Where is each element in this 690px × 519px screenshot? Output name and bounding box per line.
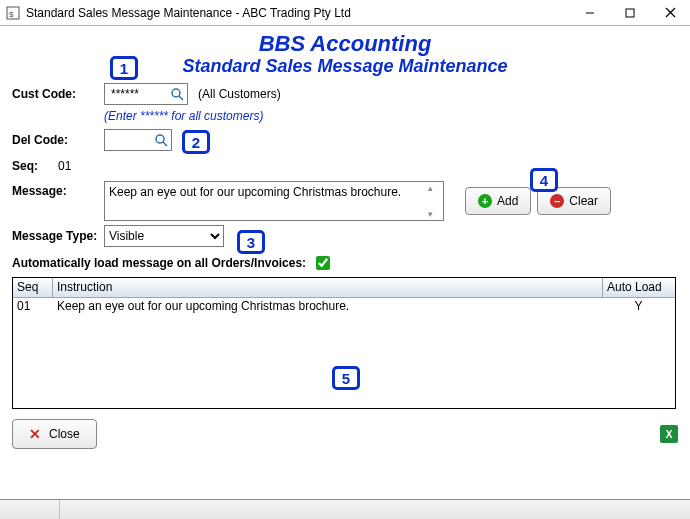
app-icon: $ xyxy=(4,4,22,22)
grid-cell-seq: 01 xyxy=(13,298,53,316)
close-icon: ✕ xyxy=(29,426,41,442)
grid-header-instruction[interactable]: Instruction xyxy=(53,278,603,297)
table-row[interactable]: 01 Keep an eye out for our upcoming Chri… xyxy=(13,298,675,316)
window-close-button[interactable] xyxy=(650,0,690,26)
grid-cell-instruction: Keep an eye out for our upcoming Christm… xyxy=(53,298,603,316)
grid-header-seq[interactable]: Seq xyxy=(13,278,53,297)
grid-header-autoload[interactable]: Auto Load xyxy=(603,278,675,297)
status-bar xyxy=(0,499,690,519)
add-button[interactable]: + Add xyxy=(465,187,531,215)
svg-line-7 xyxy=(179,96,183,100)
cust-code-label: Cust Code: xyxy=(12,87,104,101)
message-type-label: Message Type: xyxy=(12,229,104,243)
del-code-field[interactable] xyxy=(104,129,172,151)
window-minimize-button[interactable] xyxy=(570,0,610,26)
svg-text:$: $ xyxy=(9,10,14,19)
svg-point-8 xyxy=(156,135,164,143)
plus-icon: + xyxy=(478,194,492,208)
search-icon[interactable] xyxy=(169,86,185,102)
message-textarea[interactable]: Keep an eye out for our upcoming Christm… xyxy=(104,181,444,221)
window-titlebar: $ Standard Sales Message Maintenance - A… xyxy=(0,0,690,26)
svg-rect-3 xyxy=(626,9,634,17)
seq-label: Seq: xyxy=(12,159,54,173)
del-code-label: Del Code: xyxy=(12,133,104,147)
window-maximize-button[interactable] xyxy=(610,0,650,26)
message-type-select[interactable]: Visible xyxy=(104,225,224,247)
svg-line-9 xyxy=(163,142,167,146)
seq-value: 01 xyxy=(58,159,71,173)
messages-grid: Seq Instruction Auto Load 01 Keep an eye… xyxy=(12,277,676,409)
add-button-label: Add xyxy=(497,194,518,208)
grid-cell-autoload: Y xyxy=(603,298,675,316)
cust-code-input[interactable] xyxy=(109,85,169,103)
close-button-label: Close xyxy=(49,427,80,441)
export-excel-button[interactable]: X xyxy=(660,425,678,443)
page-heading: Standard Sales Message Maintenance xyxy=(12,56,678,77)
app-heading: BBS Accounting xyxy=(12,32,678,56)
grid-header-row: Seq Instruction Auto Load xyxy=(13,278,675,298)
message-label: Message: xyxy=(12,181,104,198)
clear-button[interactable]: – Clear xyxy=(537,187,611,215)
close-button[interactable]: ✕ Close xyxy=(12,419,97,449)
cust-code-hint: (Enter ****** for all customers) xyxy=(104,109,678,123)
svg-point-6 xyxy=(172,89,180,97)
auto-load-checkbox[interactable] xyxy=(316,256,330,270)
clear-button-label: Clear xyxy=(569,194,598,208)
minus-icon: – xyxy=(550,194,564,208)
window-title: Standard Sales Message Maintenance - ABC… xyxy=(26,6,570,20)
search-icon[interactable] xyxy=(153,132,169,148)
cust-code-field[interactable] xyxy=(104,83,188,105)
auto-load-label: Automatically load message on all Orders… xyxy=(12,256,306,270)
del-code-input[interactable] xyxy=(109,131,153,149)
cust-code-side-text: (All Customers) xyxy=(198,87,281,101)
